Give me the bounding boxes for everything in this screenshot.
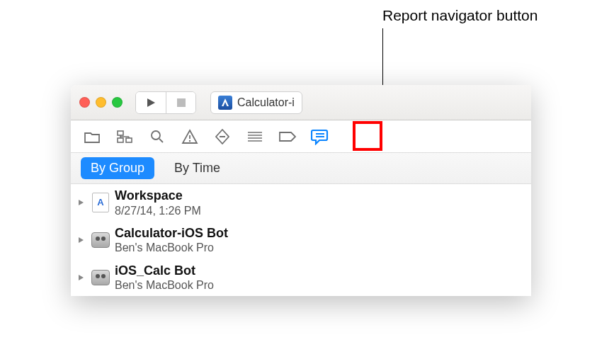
svg-rect-4 — [126, 138, 132, 142]
zoom-icon[interactable] — [112, 97, 123, 108]
stop-button[interactable] — [166, 92, 195, 113]
svg-rect-2 — [118, 131, 123, 135]
test-navigator-button[interactable] — [208, 123, 237, 150]
callout-label: Report navigator button — [382, 7, 538, 24]
svg-marker-19 — [79, 200, 84, 205]
filter-by-group[interactable]: By Group — [81, 157, 154, 179]
disclosure-triangle-icon[interactable] — [75, 272, 86, 283]
filter-by-time[interactable]: By Time — [164, 157, 230, 179]
list-item[interactable]: iOS_Calc Bot Ben's MacBook Pro — [71, 259, 531, 297]
list-item-subtitle: Ben's MacBook Pro — [115, 278, 214, 292]
debug-navigator-button[interactable] — [241, 123, 269, 150]
project-navigator-button[interactable] — [78, 123, 106, 150]
bot-icon — [91, 230, 110, 250]
svg-rect-1 — [177, 98, 186, 107]
svg-marker-20 — [79, 237, 84, 243]
list-item[interactable]: Workspace 8/27/14, 1:26 PM — [71, 184, 531, 222]
svg-line-9 — [159, 139, 163, 142]
symbol-navigator-button[interactable] — [110, 123, 139, 150]
scheme-selector[interactable]: Calculator-i — [210, 91, 302, 114]
svg-point-8 — [152, 131, 160, 140]
run-button[interactable] — [136, 92, 166, 113]
navigator-selector-bar — [71, 120, 531, 153]
svg-marker-0 — [147, 98, 155, 107]
callout-highlight — [353, 121, 382, 151]
xcode-window: Calculator-i By Group By Time — [71, 85, 531, 296]
workspace-icon — [91, 193, 110, 212]
report-list: Workspace 8/27/14, 1:26 PM Calculator-iO… — [71, 184, 531, 296]
issue-navigator-button[interactable] — [176, 123, 204, 150]
window-controls — [79, 97, 123, 108]
svg-rect-3 — [118, 138, 123, 142]
xcode-app-icon — [218, 96, 232, 110]
list-item[interactable]: Calculator-iOS Bot Ben's MacBook Pro — [71, 222, 531, 259]
close-icon[interactable] — [79, 97, 90, 108]
list-item-subtitle: Ben's MacBook Pro — [115, 241, 228, 254]
disclosure-triangle-icon[interactable] — [75, 234, 86, 246]
scheme-label: Calculator-i — [237, 96, 295, 109]
disclosure-triangle-icon[interactable] — [75, 197, 86, 208]
find-navigator-button[interactable] — [143, 123, 171, 150]
list-item-subtitle: 8/27/14, 1:26 PM — [115, 204, 201, 217]
breakpoint-navigator-button[interactable] — [273, 123, 302, 150]
minimize-icon[interactable] — [96, 97, 106, 108]
svg-marker-21 — [79, 275, 84, 280]
window-titlebar: Calculator-i — [71, 85, 531, 120]
list-item-title: Workspace — [115, 188, 201, 204]
report-filter-bar: By Group By Time — [71, 153, 531, 184]
bot-icon — [91, 268, 110, 288]
list-item-title: Calculator-iOS Bot — [115, 226, 228, 241]
svg-point-11 — [189, 140, 191, 141]
run-stop-group — [135, 91, 196, 114]
report-navigator-button[interactable] — [306, 123, 334, 150]
list-item-title: iOS_Calc Bot — [115, 263, 214, 279]
